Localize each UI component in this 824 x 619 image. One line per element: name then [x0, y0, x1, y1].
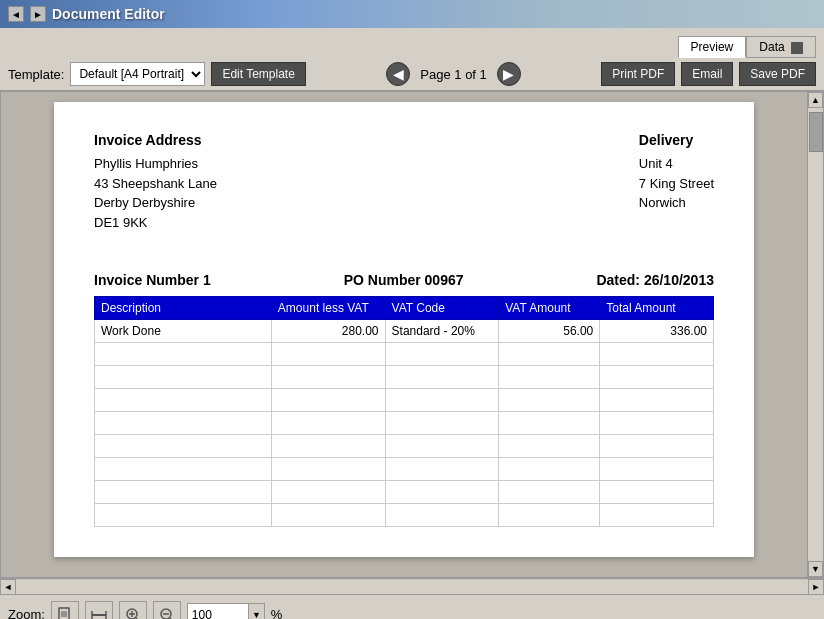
- main-area: Invoice Address Phyllis Humphries 43 She…: [0, 91, 824, 578]
- table-cell-empty: [95, 412, 272, 435]
- delivery-line3: Norwich: [639, 193, 714, 213]
- scroll-left-button[interactable]: ◄: [0, 579, 16, 595]
- save-pdf-button[interactable]: Save PDF: [739, 62, 816, 86]
- scrollbar-horizontal[interactable]: ◄ ►: [0, 578, 824, 594]
- forward-button[interactable]: ►: [30, 6, 46, 22]
- template-label: Template:: [8, 67, 64, 82]
- table-cell-empty: [95, 458, 272, 481]
- table-cell-empty: [95, 435, 272, 458]
- zoom-bar: Zoom: ▼ %: [0, 594, 824, 619]
- invoice-name: Phyllis Humphries: [94, 154, 217, 174]
- table-cell-empty: [600, 504, 714, 527]
- table-cell-empty: [385, 504, 499, 527]
- zoom-percent: %: [271, 607, 283, 619]
- table-cell-empty: [499, 412, 600, 435]
- scroll-thumb[interactable]: [809, 112, 823, 152]
- invoice-meta: Invoice Number 1 PO Number 00967 Dated: …: [94, 272, 714, 288]
- delivery-line1: Unit 4: [639, 154, 714, 174]
- table-cell-empty: [499, 343, 600, 366]
- next-page-button[interactable]: ▶: [497, 62, 521, 86]
- scroll-right-button[interactable]: ►: [808, 579, 824, 595]
- table-cell-empty: [385, 343, 499, 366]
- table-cell-empty: [271, 481, 385, 504]
- invoice-address1: 43 Sheepshank Lane: [94, 174, 217, 194]
- table-cell-empty: [600, 435, 714, 458]
- invoice-header: Invoice Address Phyllis Humphries 43 She…: [94, 132, 714, 232]
- table-cell-empty: [385, 481, 499, 504]
- col-description: Description: [95, 297, 272, 320]
- table-cell: 336.00: [600, 320, 714, 343]
- table-cell-empty: [385, 458, 499, 481]
- table-row-empty: [95, 343, 714, 366]
- col-vat-code: VAT Code: [385, 297, 499, 320]
- zoom-label: Zoom:: [8, 607, 45, 619]
- print-pdf-button[interactable]: Print PDF: [601, 62, 675, 86]
- back-button[interactable]: ◄: [8, 6, 24, 22]
- zoom-out-icon: [159, 607, 175, 620]
- table-cell-empty: [499, 435, 600, 458]
- table-cell-empty: [385, 366, 499, 389]
- email-button[interactable]: Email: [681, 62, 733, 86]
- col-amount-less-vat: Amount less VAT: [271, 297, 385, 320]
- table-cell-empty: [95, 481, 272, 504]
- table-cell-empty: [271, 458, 385, 481]
- table-row-empty: [95, 366, 714, 389]
- doc-canvas[interactable]: Invoice Address Phyllis Humphries 43 She…: [1, 92, 807, 577]
- table-cell-empty: [271, 435, 385, 458]
- table-row-empty: [95, 458, 714, 481]
- save-icon: [791, 42, 803, 54]
- table-row-empty: [95, 504, 714, 527]
- zoom-fit-width-button[interactable]: [85, 601, 113, 620]
- table-cell-empty: [95, 366, 272, 389]
- app-title: Document Editor: [52, 6, 165, 22]
- table-cell: 280.00: [271, 320, 385, 343]
- scroll-down-button[interactable]: ▼: [808, 561, 823, 577]
- table-cell-empty: [385, 389, 499, 412]
- prev-page-button[interactable]: ◀: [386, 62, 410, 86]
- table-cell-empty: [600, 412, 714, 435]
- invoice-table: Description Amount less VAT VAT Code VAT…: [94, 296, 714, 527]
- scroll-up-button[interactable]: ▲: [808, 92, 823, 108]
- scroll-h-track[interactable]: [16, 580, 808, 594]
- table-cell-empty: [499, 481, 600, 504]
- table-cell-empty: [600, 343, 714, 366]
- zoom-input-wrapper[interactable]: ▼: [187, 603, 265, 620]
- table-cell-empty: [95, 389, 272, 412]
- table-cell-empty: [499, 389, 600, 412]
- tab-data[interactable]: Data: [746, 36, 816, 58]
- table-cell-empty: [95, 343, 272, 366]
- tab-preview[interactable]: Preview: [678, 36, 747, 58]
- table-cell: 56.00: [499, 320, 600, 343]
- zoom-in-icon: [125, 607, 141, 620]
- table-cell-empty: [385, 412, 499, 435]
- doc-page: Invoice Address Phyllis Humphries 43 She…: [54, 102, 754, 557]
- zoom-input[interactable]: [188, 604, 248, 620]
- table-cell-empty: [95, 504, 272, 527]
- table-cell-empty: [271, 366, 385, 389]
- zoom-dropdown-arrow[interactable]: ▼: [248, 604, 264, 620]
- table-row-empty: [95, 435, 714, 458]
- page-info: Page 1 of 1: [420, 67, 487, 82]
- edit-template-button[interactable]: Edit Template: [211, 62, 306, 86]
- table-cell: Work Done: [95, 320, 272, 343]
- scrollbar-vertical[interactable]: ▲ ▼: [807, 92, 823, 577]
- table-cell-empty: [499, 504, 600, 527]
- table-cell-empty: [499, 366, 600, 389]
- template-select[interactable]: Default [A4 Portrait]: [70, 62, 205, 86]
- po-number: PO Number 00967: [344, 272, 464, 288]
- table-row-empty: [95, 389, 714, 412]
- zoom-in-button[interactable]: [119, 601, 147, 620]
- invoice-address3: DE1 9KK: [94, 213, 217, 233]
- zoom-out-button[interactable]: [153, 601, 181, 620]
- scroll-track[interactable]: [808, 108, 823, 561]
- toolbar: Template: Default [A4 Portrait] Edit Tem…: [0, 58, 824, 91]
- zoom-page-icon-button[interactable]: [51, 601, 79, 620]
- col-vat-amount: VAT Amount: [499, 297, 600, 320]
- table-cell: Standard - 20%: [385, 320, 499, 343]
- delivery-block: Delivery Unit 4 7 King Street Norwich: [639, 132, 714, 232]
- table-cell-empty: [271, 343, 385, 366]
- table-row-empty: [95, 412, 714, 435]
- table-row-empty: [95, 481, 714, 504]
- table-cell-empty: [600, 389, 714, 412]
- table-cell-empty: [600, 458, 714, 481]
